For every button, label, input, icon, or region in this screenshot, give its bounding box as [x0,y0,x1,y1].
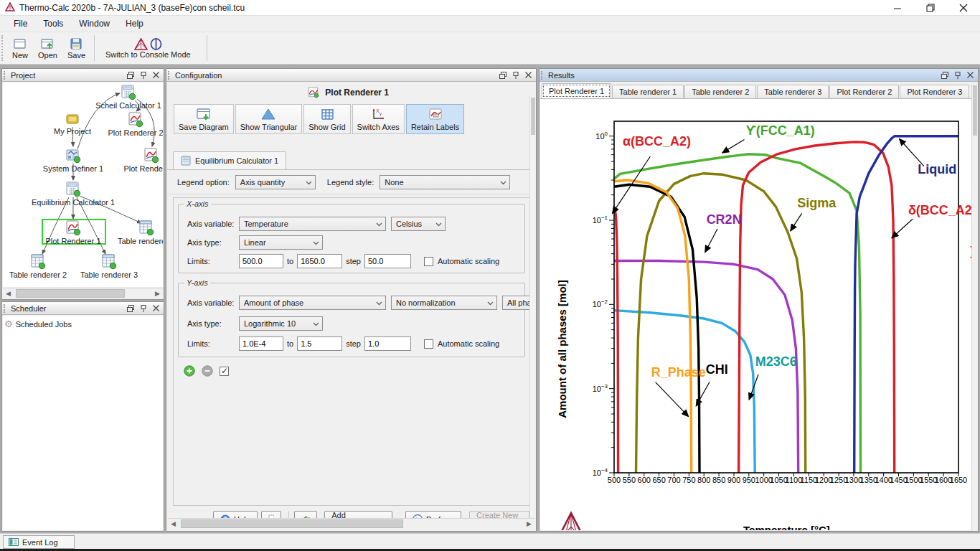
tree-node-tr1[interactable]: Table renderer 1 [107,220,163,245]
toolbar-drag-handle[interactable] [1,35,6,61]
scrollbar-thumb[interactable] [973,85,977,136]
y-limit-to-input[interactable] [297,336,342,351]
project-tree-canvas[interactable]: Scheil Calculator 1My ProjectPlot Render… [3,83,163,287]
calculator-tab-row: Equilibrium Calculator 1 [167,151,529,170]
project-panel-title: Project [11,71,127,80]
calc-node-icon [121,85,136,100]
scrollbar-thumb[interactable] [181,519,403,528]
pin-icon[interactable] [141,305,146,312]
save-diagram-button[interactable]: Save Diagram [174,104,234,134]
y-step-input[interactable] [364,336,411,351]
float-icon[interactable] [499,72,507,79]
table-node-icon [30,254,46,270]
y-axis-normalization-select[interactable]: No normalization [391,296,497,310]
tree-node-pr3[interactable]: Plot Renderer 3 [112,148,163,173]
scrollbar-thumb[interactable] [531,98,535,135]
x-automatic-scaling-checkbox[interactable] [424,257,433,266]
scroll-right-icon[interactable]: ▶ [524,519,534,529]
tree-node-pr2[interactable]: Plot Renderer 2 [96,112,163,137]
scheduled-jobs-item[interactable]: ⚙ Scheduled Jobs [3,316,163,332]
x-limit-from-input[interactable] [239,254,283,268]
x-tick-label: 600 [638,476,651,484]
folder-node-icon [65,112,80,126]
chevron-down-icon [500,181,507,185]
float-icon[interactable] [127,305,134,312]
switch-axes-button[interactable]: XYSwitch Axes [352,104,405,134]
results-tab-table-renderer-2[interactable]: Table renderer 2 [684,85,756,98]
event-log-tab[interactable]: Event Log [3,535,75,549]
x-axis-variable-select[interactable]: Temperature [239,217,386,231]
panel-drag-handle[interactable] [168,71,171,80]
tab-equilibrium-calculator-1[interactable]: Equilibrium Calculator 1 [173,151,286,169]
scroll-left-icon[interactable]: ◀ [3,288,14,298]
remove-axis-button[interactable] [202,365,213,377]
pin-icon[interactable] [955,72,961,79]
results-tab-table-renderer-1[interactable]: Table renderer 1 [612,85,684,98]
restore-button[interactable] [914,0,947,16]
results-panel-header: Results [540,69,978,82]
scroll-left-icon[interactable]: ◀ [168,519,179,529]
panel-drag-handle[interactable] [4,304,7,313]
axis-row-checkbox[interactable] [220,367,229,376]
tree-node-pr1[interactable]: Plot Renderer 1 [34,220,113,245]
y-axis-type-select[interactable]: Logarithmic 10 [239,316,323,331]
save-button[interactable]: Save [62,32,90,64]
show-grid-button[interactable]: Show Grid [303,104,350,134]
curve-a-bcc-a2- [614,208,618,473]
show-triangular-button[interactable]: Show Triangular [235,104,303,134]
menu-item-window[interactable]: Window [71,17,118,31]
results-vertical-scrollbar[interactable] [971,84,978,531]
retain-labels-button[interactable]: Retain Labels [406,104,464,134]
menu-item-file[interactable]: File [6,17,35,31]
switch-to-console-mode-button[interactable]: Switch to Console Mode [98,32,198,64]
close-icon[interactable] [967,72,974,78]
label-arrow [791,213,802,231]
results-tab-table-renderer-3[interactable]: Table renderer 3 [757,85,829,98]
scrollbar-thumb[interactable] [16,289,125,298]
results-tab-plot-renderer-1[interactable]: Plot Renderer 1 [542,83,611,98]
close-button[interactable] [947,0,980,16]
panel-drag-handle[interactable] [4,71,7,80]
tree-node-sysdef[interactable]: System Definer 1 [34,148,113,173]
float-icon[interactable] [941,72,948,79]
x-axis-unit-select[interactable]: Celsius [391,217,446,231]
phase-label-chi: CHI [706,363,728,376]
close-icon[interactable] [525,72,532,78]
add-axis-button[interactable] [184,365,195,377]
pin-icon[interactable] [513,72,519,79]
scheduler-panel-title: Scheduler [11,304,127,313]
new-button[interactable]: New [7,32,33,64]
menu-item-help[interactable]: Help [118,17,151,31]
minimize-button[interactable] [881,0,914,16]
y-axis-variable-select[interactable]: Amount of phase [239,296,386,310]
project-horizontal-scrollbar[interactable]: ◀ ▶ [3,288,163,298]
tree-node-tr2[interactable]: Table renderer 2 [3,254,77,279]
x-tick-label: 950 [743,476,755,484]
tree-node-tr3[interactable]: Table renderer 3 [70,254,149,279]
menu-item-tools[interactable]: Tools [35,17,71,31]
legend-style-select[interactable]: None [380,175,510,189]
results-tab-plot-renderer-2[interactable]: Plot Renderer 2 [829,85,899,98]
x-limit-to-input[interactable] [297,254,342,268]
x-axis-type-select[interactable]: Linear [239,235,323,250]
pin-icon[interactable] [141,72,146,79]
x-step-input[interactable] [364,254,411,268]
results-tab-plot-renderer-3[interactable]: Plot Renderer 3 [900,85,969,98]
float-icon[interactable] [127,72,134,79]
scroll-right-icon[interactable]: ▶ [152,288,163,298]
panel-drag-handle[interactable] [541,71,545,80]
tree-node-eqcalc[interactable]: Equilibrium Calculator 1 [34,182,113,207]
label-arrow [892,219,913,237]
legend-option-select[interactable]: Axis quantity [235,175,316,189]
chevron-down-icon [376,301,382,306]
close-icon[interactable] [153,305,159,311]
plot-canvas[interactable]: α(BCC_A2)ϒ(FCC_A1)CR2NSigmaLiquidδ(BCC_A… [540,99,971,530]
chevron-down-icon [313,241,319,245]
open-button[interactable]: Open [33,32,62,64]
configuration-horizontal-scrollbar[interactable]: ◀ ▶ [168,518,534,529]
y-automatic-scaling-checkbox[interactable] [424,339,433,349]
tree-node-scheil[interactable]: Scheil Calculator 1 [89,85,163,110]
y-limit-from-input[interactable] [239,336,283,351]
close-icon[interactable] [153,72,159,78]
configuration-vertical-scrollbar[interactable] [529,96,535,517]
